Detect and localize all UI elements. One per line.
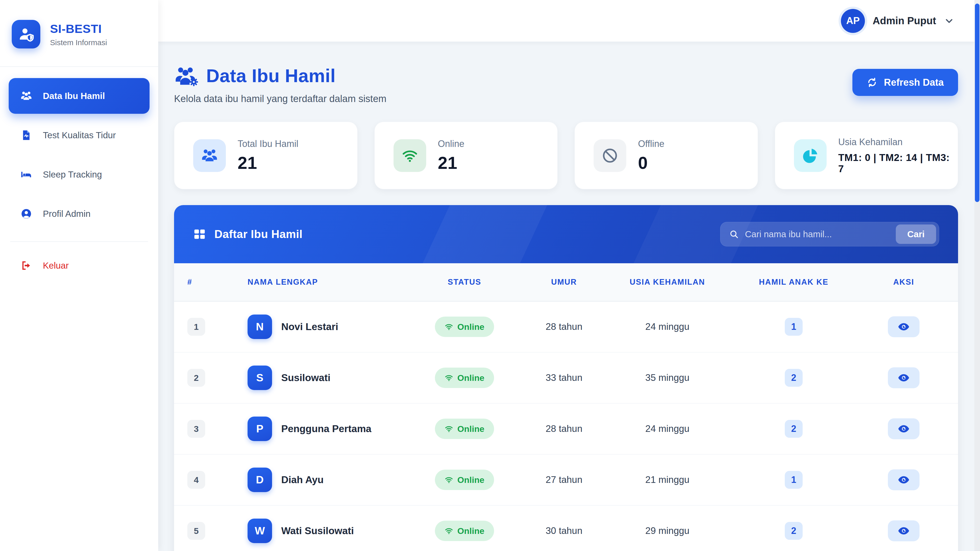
view-detail-button[interactable] (888, 469, 920, 490)
view-detail-button[interactable] (888, 418, 920, 439)
table-panel-header: Daftar Ibu Hamil Cari (174, 205, 958, 263)
stat-card-value: TM1: 0 | TM2: 14 | TM3: 7 (838, 152, 958, 175)
column-header-hamil-anak-ke: HAMIL ANAK KE (725, 278, 862, 287)
stat-card-label: Usia Kehamilan (838, 137, 958, 148)
row-name: Susilowati (281, 372, 331, 383)
avatar: N (248, 314, 272, 339)
search-group: Cari (720, 222, 939, 246)
sidebar-item-label: Sleep Tracking (43, 169, 102, 179)
view-detail-button[interactable] (888, 520, 920, 541)
wifi-icon (445, 322, 453, 331)
file-pulse-icon (21, 129, 32, 141)
user-name: Admin Puput (873, 15, 936, 27)
stat-card-value: 21 (438, 153, 465, 173)
table-row: 4DDiah AyuOnline27 tahun21 minggu1 (174, 454, 958, 506)
hamil-anak-ke-badge: 1 (785, 471, 803, 489)
bed-icon (21, 168, 32, 180)
screen: SI-BESTI Sistem Informasi Data Ibu Hamil… (0, 0, 980, 551)
wifi-icon (445, 475, 453, 484)
page-subtitle: Kelola data ibu hamil yang terdaftar dal… (174, 94, 387, 104)
eye-icon (897, 474, 910, 486)
stat-card-label: Offline (638, 138, 664, 149)
table-row: 1NNovi LestariOnline28 tahun24 minggu1 (174, 302, 958, 353)
sidebar-item-profil-admin[interactable]: Profil Admin (9, 196, 150, 232)
row-usia-kehamilan: 35 minggu (610, 372, 725, 383)
search-icon (729, 229, 739, 239)
row-umur: 27 tahun (518, 475, 610, 485)
status-badge: Online (435, 521, 494, 541)
status-badge: Online (435, 470, 494, 490)
status-label: Online (457, 475, 484, 485)
logout-icon (21, 260, 32, 272)
chevron-down-icon (944, 16, 955, 26)
column-header-no: # (187, 278, 248, 287)
avatar: D (248, 468, 272, 492)
wifi-icon (445, 424, 453, 433)
column-header-status: STATUS (411, 278, 518, 287)
avatar: P (248, 416, 272, 441)
hamil-anak-ke-badge: 1 (785, 318, 803, 336)
search-input[interactable] (745, 229, 890, 239)
sidebar: SI-BESTI Sistem Informasi Data Ibu Hamil… (0, 0, 158, 551)
app-tagline: Sistem Informasi (50, 38, 107, 47)
sidebar-item-test-kualitas-tidur[interactable]: Test Kualitas Tidur (9, 118, 150, 153)
app-logo: SI-BESTI Sistem Informasi (0, 0, 158, 66)
refresh-button-label: Refresh Data (884, 77, 944, 88)
scrollbar-track[interactable] (974, 0, 980, 551)
status-badge: Online (435, 419, 494, 439)
column-header-usia-kehamilan: USIA KEHAMILAN (610, 278, 725, 287)
row-umur: 33 tahun (518, 372, 610, 383)
row-umur: 30 tahun (518, 526, 610, 536)
sidebar-nav: Data Ibu HamilTest Kualitas TidurSleep T… (0, 67, 158, 233)
stat-card-value: 0 (638, 153, 664, 173)
row-usia-kehamilan: 21 minggu (610, 475, 725, 485)
sidebar-item-label: Test Kualitas Tidur (43, 130, 116, 140)
status-badge: Online (435, 317, 494, 337)
page-header-left: Data Ibu Hamil Kelola data ibu hamil yan… (174, 65, 387, 104)
user-menu[interactable]: AP Admin Puput (841, 9, 955, 33)
sidebar-item-sleep-tracking[interactable]: Sleep Tracking (9, 157, 150, 192)
sync-icon (867, 77, 877, 88)
eye-icon (897, 423, 910, 435)
page-title: Data Ibu Hamil (206, 65, 336, 86)
eye-icon (897, 321, 910, 333)
row-number-badge: 3 (187, 420, 205, 438)
row-name: Diah Ayu (281, 474, 324, 486)
row-name: Wati Susilowati (281, 525, 354, 537)
stat-card-label: Total Ibu Hamil (238, 138, 298, 149)
status-label: Online (457, 526, 484, 536)
sidebar-item-keluar[interactable]: Keluar (9, 249, 150, 282)
stat-card-value: 21 (238, 153, 298, 173)
table-header-row: #NAMA LENGKAPSTATUSUMURUSIA KEHAMILANHAM… (174, 263, 958, 302)
table-panel: Daftar Ibu Hamil Cari #NAMA LENGKAPSTATU… (174, 205, 958, 551)
search-button[interactable]: Cari (896, 224, 936, 244)
topbar: AP Admin Puput (158, 0, 974, 42)
table-title-group: Daftar Ibu Hamil (193, 227, 302, 241)
row-number-badge: 5 (187, 522, 205, 540)
stat-card-usia-kehamilan: Usia KehamilanTM1: 0 | TM2: 14 | TM3: 7 (775, 122, 958, 189)
wifi-icon (393, 139, 426, 172)
sidebar-item-label: Keluar (43, 260, 68, 271)
row-number-badge: 2 (187, 369, 205, 387)
column-header-umur: UMUR (518, 278, 610, 287)
status-badge: Online (435, 368, 494, 388)
stat-card-offline: Offline0 (574, 122, 758, 189)
eye-icon (897, 525, 910, 537)
status-label: Online (457, 373, 484, 383)
refresh-button[interactable]: Refresh Data (853, 69, 958, 96)
column-header-nama-lengkap: NAMA LENGKAP (248, 278, 411, 287)
table-body: 1NNovi LestariOnline28 tahun24 minggu12S… (174, 302, 958, 551)
view-detail-button[interactable] (888, 367, 920, 388)
status-label: Online (457, 424, 484, 434)
hamil-anak-ke-badge: 2 (785, 369, 803, 387)
sidebar-item-label: Profil Admin (43, 209, 91, 219)
sidebar-item-data-ibu-hamil[interactable]: Data Ibu Hamil (9, 78, 150, 114)
scrollbar-thumb[interactable] (975, 3, 980, 202)
view-detail-button[interactable] (888, 316, 920, 337)
users-gear-icon (174, 65, 199, 86)
row-name: Novi Lestari (281, 321, 338, 332)
column-header-aksi: AKSI (862, 278, 945, 287)
stat-card-text: Total Ibu Hamil21 (238, 138, 298, 173)
row-umur: 28 tahun (518, 321, 610, 332)
user-circle-icon (21, 208, 32, 220)
